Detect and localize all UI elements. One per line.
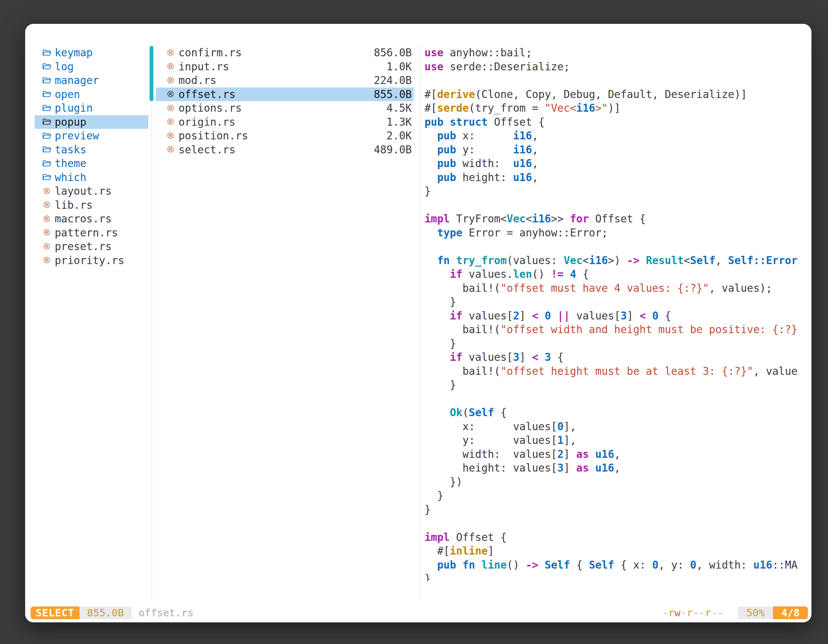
folder-icon	[42, 146, 51, 154]
rust-file-icon: ®	[44, 186, 50, 196]
dir-item-popup[interactable]: popup	[34, 115, 148, 129]
folder-icon	[42, 160, 51, 168]
file-item-offset.rs[interactable]: ®offset.rs855.0B	[156, 88, 414, 102]
item-label: options.rs	[179, 102, 242, 114]
item-label: open	[55, 88, 80, 100]
file-item-input.rs[interactable]: ®input.rs1.0K	[156, 60, 414, 74]
dir-item-preview[interactable]: preview	[34, 129, 148, 143]
file-permissions: -rw-r--r--	[662, 607, 724, 619]
code-line: height: values[3] as u16,	[425, 461, 804, 475]
code-line: use serde::Deserialize;	[425, 60, 804, 74]
rust-file-icon: ®	[168, 75, 173, 86]
code-line	[425, 74, 804, 88]
dir-item-keymap[interactable]: keymap	[34, 46, 148, 60]
status-filename: offset.rs	[138, 607, 193, 619]
item-size: 1.0K	[387, 60, 412, 73]
rust-file-icon: ®	[168, 61, 173, 72]
scroll-percent-badge: 50%	[738, 606, 773, 619]
dir-item-tasks[interactable]: tasks	[34, 143, 148, 157]
rust-file-icon: ®	[168, 48, 173, 58]
code-line: x: values[0],	[425, 420, 804, 434]
item-label: position.rs	[179, 130, 248, 142]
item-label: which	[55, 171, 86, 183]
item-label: tasks	[55, 144, 86, 156]
code-line	[425, 516, 804, 530]
file-item-preset.rs[interactable]: ®preset.rs	[34, 240, 148, 254]
code-line: impl Offset {	[425, 530, 804, 544]
file-item-options.rs[interactable]: ®options.rs4.5K	[156, 101, 414, 115]
item-label: mod.rs	[179, 74, 216, 86]
item-label: origin.rs	[179, 116, 235, 128]
file-item-macros.rs[interactable]: ®macros.rs	[34, 212, 148, 226]
item-label: offset.rs	[179, 88, 235, 100]
item-label: input.rs	[179, 60, 229, 73]
item-label: priority.rs	[55, 254, 124, 266]
file-item-select.rs[interactable]: ®select.rs489.0B	[156, 143, 414, 157]
folder-icon	[42, 49, 51, 56]
file-item-position.rs[interactable]: ®position.rs2.0K	[156, 129, 414, 143]
folder-icon	[42, 132, 51, 140]
code-line: fn try_from(values: Vec<i16>) -> Result<…	[425, 254, 804, 268]
item-label: layout.rs	[55, 185, 112, 197]
code-line: }	[425, 295, 804, 309]
dir-item-plugin[interactable]: plugin	[34, 101, 148, 115]
rust-file-icon: ®	[168, 131, 173, 141]
code-preview-pane[interactable]: use anyhow::bail;use serde::Deserialize;…	[425, 46, 804, 581]
folder-icon	[42, 118, 51, 126]
dir-item-log[interactable]: log	[34, 60, 148, 74]
rust-file-icon: ®	[168, 117, 173, 127]
folder-icon	[42, 90, 51, 98]
code-line: pub struct Offset {	[425, 115, 804, 129]
item-label: plugin	[55, 102, 93, 114]
item-size: 489.0B	[374, 144, 412, 156]
mode-badge: SELECT	[31, 606, 80, 619]
file-item-mod.rs[interactable]: ®mod.rs224.0B	[156, 74, 414, 88]
code-line: if values[2] < 0 || values[3] < 0 {	[425, 309, 804, 323]
dir-item-which[interactable]: which	[34, 171, 148, 185]
item-size: 4.5K	[387, 102, 412, 114]
rust-file-icon: ®	[44, 241, 50, 252]
file-item-layout.rs[interactable]: ®layout.rs	[34, 184, 148, 198]
code-line: }	[425, 337, 804, 351]
scrollbar[interactable]	[149, 46, 154, 101]
code-line: impl TryFrom<Vec<i16>> for Offset {	[425, 212, 804, 226]
code-line	[425, 392, 804, 406]
rust-file-icon: ®	[168, 144, 173, 155]
dir-item-open[interactable]: open	[34, 88, 148, 102]
dir-item-manager[interactable]: manager	[34, 74, 148, 88]
code-line: }	[425, 489, 804, 503]
code-line: pub fn line() -> Self { Self { x: 0, y: …	[425, 558, 804, 572]
code-line: #[serde(try_from = "Vec<i16>")]	[425, 101, 804, 115]
item-label: log	[55, 60, 74, 73]
item-size: 1.3K	[387, 116, 412, 128]
item-label: pattern.rs	[55, 227, 118, 239]
code-line: type Error = anyhow::Error;	[425, 226, 804, 240]
code-line: pub y: i16,	[425, 143, 804, 157]
code-line: #[derive(Clone, Copy, Debug, Default, De…	[425, 88, 804, 102]
code-line: pub width: u16,	[425, 157, 804, 171]
code-line	[425, 240, 804, 254]
status-bar-left: SELECT 855.0B offset.rs	[31, 606, 194, 619]
dir-item-theme[interactable]: theme	[34, 157, 148, 171]
item-label: preset.rs	[55, 240, 112, 253]
code-line: }	[425, 572, 804, 581]
status-bar-right: -rw-r--r-- 50% 4/8	[662, 606, 808, 619]
file-size-badge: 855.0B	[80, 606, 132, 619]
rust-file-icon: ®	[168, 103, 173, 113]
item-size: 856.0B	[374, 47, 412, 59]
pane-separator-right	[420, 46, 420, 601]
file-item-priority.rs[interactable]: ®priority.rs	[34, 254, 148, 268]
code-line: if values.len() != 4 {	[425, 267, 804, 281]
parent-directory-pane: keymaplogmanageropenpluginpopuppreviewta…	[34, 46, 148, 267]
rust-file-icon: ®	[44, 227, 50, 238]
file-item-origin.rs[interactable]: ®origin.rs1.3K	[156, 115, 414, 129]
rust-file-icon: ®	[44, 214, 50, 224]
current-directory-pane: ®confirm.rs856.0B®input.rs1.0K®mod.rs224…	[156, 46, 414, 157]
code-line: y: values[1],	[425, 433, 804, 447]
file-item-confirm.rs[interactable]: ®confirm.rs856.0B	[156, 46, 414, 60]
item-label: lib.rs	[55, 199, 93, 211]
file-item-lib.rs[interactable]: ®lib.rs	[34, 198, 148, 212]
code-line: bail!("offset height must be at least 3:…	[425, 364, 804, 378]
rust-file-icon: ®	[168, 89, 173, 99]
file-item-pattern.rs[interactable]: ®pattern.rs	[34, 226, 148, 240]
